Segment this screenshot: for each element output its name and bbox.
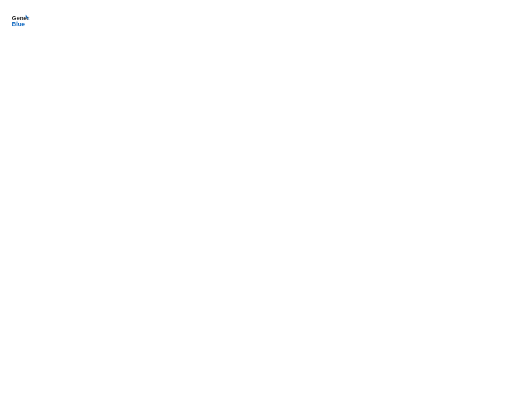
logo: General Blue (11, 11, 30, 30)
logo-icon: General Blue (11, 11, 30, 30)
svg-text:Blue: Blue (11, 21, 25, 28)
page-header: General Blue (11, 11, 521, 30)
